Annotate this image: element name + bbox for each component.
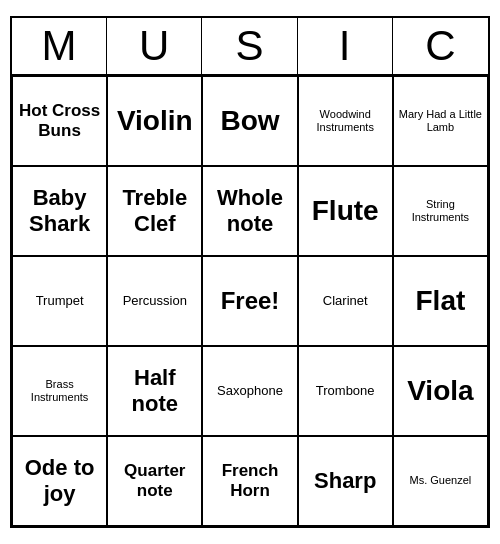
cell-text-14: Flat (416, 284, 466, 318)
cell-8: Flute (298, 166, 393, 256)
cell-16: Half note (107, 346, 202, 436)
grid: Hot Cross BunsViolinBowWoodwind Instrume… (12, 76, 488, 526)
cell-text-18: Trombone (316, 383, 375, 399)
cell-text-19: Viola (407, 374, 473, 408)
header-letter-c: C (393, 18, 488, 74)
cell-text-20: Ode to joy (17, 455, 102, 508)
cell-0: Hot Cross Buns (12, 76, 107, 166)
header-letter-s: S (202, 18, 297, 74)
cell-22: French Horn (202, 436, 297, 526)
cell-3: Woodwind Instruments (298, 76, 393, 166)
cell-9: String Instruments (393, 166, 488, 256)
cell-text-17: Saxophone (217, 383, 283, 399)
cell-text-12: Free! (221, 287, 280, 316)
cell-10: Trumpet (12, 256, 107, 346)
cell-4: Mary Had a Little Lamb (393, 76, 488, 166)
cell-text-1: Violin (117, 104, 193, 138)
header-letter-m: M (12, 18, 107, 74)
cell-24: Ms. Guenzel (393, 436, 488, 526)
cell-11: Percussion (107, 256, 202, 346)
bingo-card: MUSIC Hot Cross BunsViolinBowWoodwind In… (10, 16, 490, 528)
cell-15: Brass Instruments (12, 346, 107, 436)
cell-text-6: Treble Clef (112, 185, 197, 238)
cell-text-21: Quarter note (112, 461, 197, 502)
cell-14: Flat (393, 256, 488, 346)
cell-text-16: Half note (112, 365, 197, 418)
cell-text-4: Mary Had a Little Lamb (398, 108, 483, 134)
cell-text-5: Baby Shark (17, 185, 102, 238)
cell-text-11: Percussion (123, 293, 187, 309)
cell-18: Trombone (298, 346, 393, 436)
cell-7: Whole note (202, 166, 297, 256)
header-letter-u: U (107, 18, 202, 74)
cell-text-10: Trumpet (36, 293, 84, 309)
cell-text-9: String Instruments (398, 198, 483, 224)
cell-text-3: Woodwind Instruments (303, 108, 388, 134)
cell-6: Treble Clef (107, 166, 202, 256)
cell-text-0: Hot Cross Buns (17, 101, 102, 142)
cell-text-8: Flute (312, 194, 379, 228)
cell-text-15: Brass Instruments (17, 378, 102, 404)
cell-21: Quarter note (107, 436, 202, 526)
cell-text-13: Clarinet (323, 293, 368, 309)
cell-13: Clarinet (298, 256, 393, 346)
cell-5: Baby Shark (12, 166, 107, 256)
cell-2: Bow (202, 76, 297, 166)
cell-text-24: Ms. Guenzel (410, 474, 472, 487)
cell-text-22: French Horn (207, 461, 292, 502)
cell-19: Viola (393, 346, 488, 436)
cell-text-2: Bow (220, 104, 279, 138)
cell-17: Saxophone (202, 346, 297, 436)
cell-23: Sharp (298, 436, 393, 526)
header-letter-i: I (298, 18, 393, 74)
cell-text-23: Sharp (314, 468, 376, 494)
header-row: MUSIC (12, 18, 488, 76)
cell-20: Ode to joy (12, 436, 107, 526)
cell-text-7: Whole note (207, 185, 292, 238)
cell-12: Free! (202, 256, 297, 346)
cell-1: Violin (107, 76, 202, 166)
